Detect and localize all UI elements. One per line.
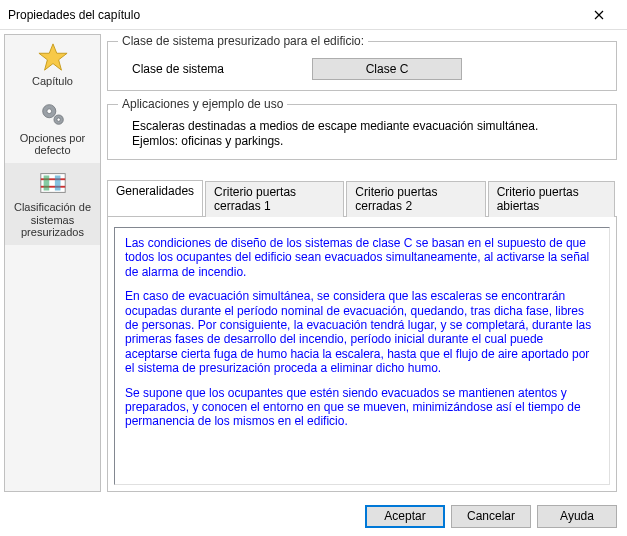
- accept-button[interactable]: Aceptar: [365, 505, 445, 528]
- star-icon: [37, 41, 69, 73]
- paragraph: Las condiciones de diseño de los sistema…: [125, 236, 599, 279]
- paragraph: En caso de evacuación simultánea, se con…: [125, 289, 599, 375]
- svg-marker-0: [38, 44, 66, 70]
- group-apps: Aplicaciones y ejemplo de uso Escaleras …: [107, 97, 617, 160]
- description-textarea[interactable]: Las condiciones de diseño de los sistema…: [114, 227, 610, 485]
- classification-icon: [37, 167, 69, 199]
- titlebar: Propiedades del capítulo: [0, 0, 627, 30]
- group-apps-legend: Aplicaciones y ejemplo de uso: [118, 97, 287, 111]
- close-button[interactable]: [579, 0, 619, 30]
- svg-point-2: [46, 108, 51, 113]
- tab-generalidades[interactable]: Generalidades: [107, 180, 203, 216]
- sidebar-item-capitulo[interactable]: Capítulo: [5, 37, 100, 94]
- cancel-button[interactable]: Cancelar: [451, 505, 531, 528]
- tab-panel: Las condiciones de diseño de los sistema…: [107, 216, 617, 492]
- help-button[interactable]: Ayuda: [537, 505, 617, 528]
- window-title: Propiedades del capítulo: [8, 8, 579, 22]
- sidebar-item-opciones[interactable]: Opciones por defecto: [5, 94, 100, 163]
- group-class: Clase de sistema presurizado para el edi…: [107, 34, 617, 91]
- dialog-footer: Aceptar Cancelar Ayuda: [0, 496, 627, 536]
- apps-line1: Escaleras destinadas a medios de escape …: [132, 119, 606, 134]
- gears-icon: [37, 98, 69, 130]
- sidebar-item-label: Clasificación de sistemas presurizados: [7, 201, 98, 239]
- class-label: Clase de sistema: [132, 62, 312, 76]
- sidebar-item-label: Capítulo: [32, 75, 73, 88]
- tab-abiertas[interactable]: Criterio puertas abiertas: [488, 181, 615, 217]
- sidebar-item-label: Opciones por defecto: [7, 132, 98, 157]
- tabstrip: Generalidades Criterio puertas cerradas …: [107, 180, 617, 216]
- svg-rect-9: [54, 175, 60, 190]
- tab-cerradas-2[interactable]: Criterio puertas cerradas 2: [346, 181, 485, 217]
- class-button[interactable]: Clase C: [312, 58, 462, 80]
- paragraph: Se supone que los ocupantes que estén si…: [125, 386, 599, 429]
- sidebar-item-clasificacion[interactable]: Clasificación de sistemas presurizados: [5, 163, 100, 245]
- svg-point-4: [56, 118, 59, 121]
- tab-cerradas-1[interactable]: Criterio puertas cerradas 1: [205, 181, 344, 217]
- sidebar: Capítulo Opciones por defecto: [4, 34, 101, 492]
- apps-line2: Ejemlos: oficinas y parkings.: [132, 134, 606, 149]
- svg-rect-8: [43, 175, 49, 190]
- close-icon: [594, 10, 604, 20]
- group-class-legend: Clase de sistema presurizado para el edi…: [118, 34, 368, 48]
